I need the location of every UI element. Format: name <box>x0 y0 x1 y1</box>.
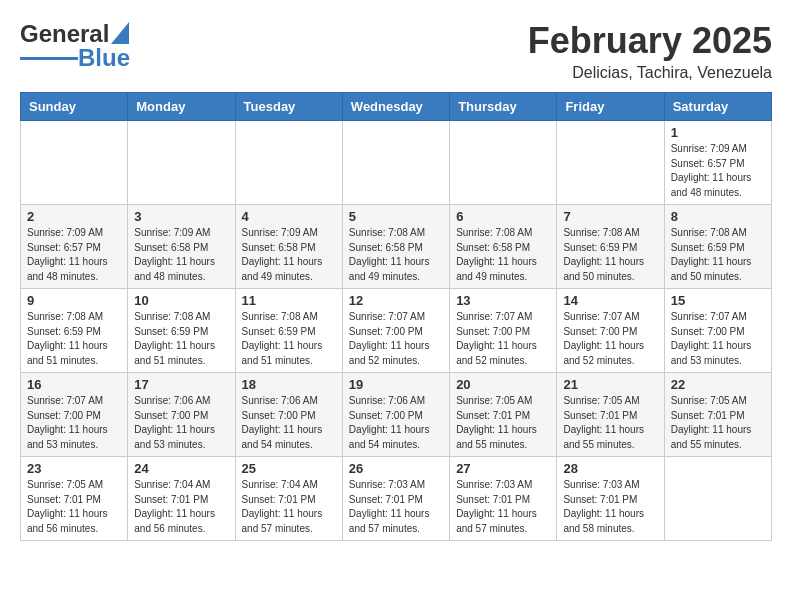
calendar-week-4: 23Sunrise: 7:05 AM Sunset: 7:01 PM Dayli… <box>21 457 772 541</box>
day-info: Sunrise: 7:03 AM Sunset: 7:01 PM Dayligh… <box>456 478 550 536</box>
calendar-cell: 12Sunrise: 7:07 AM Sunset: 7:00 PM Dayli… <box>342 289 449 373</box>
day-info: Sunrise: 7:08 AM Sunset: 6:59 PM Dayligh… <box>27 310 121 368</box>
calendar-cell: 3Sunrise: 7:09 AM Sunset: 6:58 PM Daylig… <box>128 205 235 289</box>
calendar-week-1: 2Sunrise: 7:09 AM Sunset: 6:57 PM Daylig… <box>21 205 772 289</box>
day-info: Sunrise: 7:07 AM Sunset: 7:00 PM Dayligh… <box>27 394 121 452</box>
day-info: Sunrise: 7:09 AM Sunset: 6:58 PM Dayligh… <box>134 226 228 284</box>
weekday-header-wednesday: Wednesday <box>342 93 449 121</box>
calendar-cell <box>21 121 128 205</box>
calendar-cell <box>664 457 771 541</box>
calendar-cell: 14Sunrise: 7:07 AM Sunset: 7:00 PM Dayli… <box>557 289 664 373</box>
day-number: 2 <box>27 209 121 224</box>
day-info: Sunrise: 7:03 AM Sunset: 7:01 PM Dayligh… <box>349 478 443 536</box>
day-number: 16 <box>27 377 121 392</box>
day-info: Sunrise: 7:04 AM Sunset: 7:01 PM Dayligh… <box>134 478 228 536</box>
calendar-cell <box>557 121 664 205</box>
day-number: 4 <box>242 209 336 224</box>
day-info: Sunrise: 7:09 AM Sunset: 6:58 PM Dayligh… <box>242 226 336 284</box>
calendar-cell <box>342 121 449 205</box>
day-number: 14 <box>563 293 657 308</box>
day-number: 10 <box>134 293 228 308</box>
calendar-cell: 5Sunrise: 7:08 AM Sunset: 6:58 PM Daylig… <box>342 205 449 289</box>
weekday-header-tuesday: Tuesday <box>235 93 342 121</box>
day-number: 9 <box>27 293 121 308</box>
day-number: 12 <box>349 293 443 308</box>
calendar-cell: 23Sunrise: 7:05 AM Sunset: 7:01 PM Dayli… <box>21 457 128 541</box>
day-number: 26 <box>349 461 443 476</box>
day-number: 27 <box>456 461 550 476</box>
calendar-cell: 13Sunrise: 7:07 AM Sunset: 7:00 PM Dayli… <box>450 289 557 373</box>
calendar-cell: 9Sunrise: 7:08 AM Sunset: 6:59 PM Daylig… <box>21 289 128 373</box>
weekday-header-monday: Monday <box>128 93 235 121</box>
logo-icon <box>111 22 129 44</box>
weekday-header-friday: Friday <box>557 93 664 121</box>
calendar-cell: 24Sunrise: 7:04 AM Sunset: 7:01 PM Dayli… <box>128 457 235 541</box>
day-number: 11 <box>242 293 336 308</box>
day-info: Sunrise: 7:06 AM Sunset: 7:00 PM Dayligh… <box>242 394 336 452</box>
day-number: 8 <box>671 209 765 224</box>
calendar-cell: 8Sunrise: 7:08 AM Sunset: 6:59 PM Daylig… <box>664 205 771 289</box>
calendar-cell: 15Sunrise: 7:07 AM Sunset: 7:00 PM Dayli… <box>664 289 771 373</box>
day-info: Sunrise: 7:08 AM Sunset: 6:59 PM Dayligh… <box>671 226 765 284</box>
weekday-header-sunday: Sunday <box>21 93 128 121</box>
calendar-cell: 18Sunrise: 7:06 AM Sunset: 7:00 PM Dayli… <box>235 373 342 457</box>
day-number: 1 <box>671 125 765 140</box>
day-info: Sunrise: 7:03 AM Sunset: 7:01 PM Dayligh… <box>563 478 657 536</box>
day-info: Sunrise: 7:08 AM Sunset: 6:59 PM Dayligh… <box>563 226 657 284</box>
calendar-cell: 22Sunrise: 7:05 AM Sunset: 7:01 PM Dayli… <box>664 373 771 457</box>
calendar-cell: 26Sunrise: 7:03 AM Sunset: 7:01 PM Dayli… <box>342 457 449 541</box>
calendar-cell: 27Sunrise: 7:03 AM Sunset: 7:01 PM Dayli… <box>450 457 557 541</box>
calendar-cell <box>128 121 235 205</box>
calendar-cell: 11Sunrise: 7:08 AM Sunset: 6:59 PM Dayli… <box>235 289 342 373</box>
day-number: 24 <box>134 461 228 476</box>
calendar-cell <box>450 121 557 205</box>
calendar-cell: 6Sunrise: 7:08 AM Sunset: 6:58 PM Daylig… <box>450 205 557 289</box>
day-info: Sunrise: 7:06 AM Sunset: 7:00 PM Dayligh… <box>349 394 443 452</box>
day-number: 3 <box>134 209 228 224</box>
day-info: Sunrise: 7:05 AM Sunset: 7:01 PM Dayligh… <box>563 394 657 452</box>
day-number: 6 <box>456 209 550 224</box>
day-number: 22 <box>671 377 765 392</box>
day-number: 23 <box>27 461 121 476</box>
day-info: Sunrise: 7:07 AM Sunset: 7:00 PM Dayligh… <box>563 310 657 368</box>
weekday-header-thursday: Thursday <box>450 93 557 121</box>
calendar-cell: 20Sunrise: 7:05 AM Sunset: 7:01 PM Dayli… <box>450 373 557 457</box>
day-number: 20 <box>456 377 550 392</box>
title-area: February 2025 Delicias, Tachira, Venezue… <box>528 20 772 82</box>
calendar-cell: 19Sunrise: 7:06 AM Sunset: 7:00 PM Dayli… <box>342 373 449 457</box>
day-number: 17 <box>134 377 228 392</box>
day-info: Sunrise: 7:07 AM Sunset: 7:00 PM Dayligh… <box>349 310 443 368</box>
calendar-cell: 2Sunrise: 7:09 AM Sunset: 6:57 PM Daylig… <box>21 205 128 289</box>
calendar-cell: 17Sunrise: 7:06 AM Sunset: 7:00 PM Dayli… <box>128 373 235 457</box>
weekday-header-saturday: Saturday <box>664 93 771 121</box>
day-number: 18 <box>242 377 336 392</box>
calendar-cell <box>235 121 342 205</box>
day-info: Sunrise: 7:05 AM Sunset: 7:01 PM Dayligh… <box>456 394 550 452</box>
page-header: General Blue February 2025 Delicias, Tac… <box>20 20 772 82</box>
day-info: Sunrise: 7:07 AM Sunset: 7:00 PM Dayligh… <box>456 310 550 368</box>
day-info: Sunrise: 7:06 AM Sunset: 7:00 PM Dayligh… <box>134 394 228 452</box>
logo-blue: Blue <box>78 44 130 72</box>
day-number: 28 <box>563 461 657 476</box>
calendar-cell: 10Sunrise: 7:08 AM Sunset: 6:59 PM Dayli… <box>128 289 235 373</box>
day-number: 15 <box>671 293 765 308</box>
day-info: Sunrise: 7:09 AM Sunset: 6:57 PM Dayligh… <box>671 142 765 200</box>
logo: General Blue <box>20 20 130 72</box>
calendar-cell: 16Sunrise: 7:07 AM Sunset: 7:00 PM Dayli… <box>21 373 128 457</box>
calendar-week-3: 16Sunrise: 7:07 AM Sunset: 7:00 PM Dayli… <box>21 373 772 457</box>
location-title: Delicias, Tachira, Venezuela <box>528 64 772 82</box>
day-info: Sunrise: 7:08 AM Sunset: 6:58 PM Dayligh… <box>456 226 550 284</box>
calendar-week-2: 9Sunrise: 7:08 AM Sunset: 6:59 PM Daylig… <box>21 289 772 373</box>
day-info: Sunrise: 7:07 AM Sunset: 7:00 PM Dayligh… <box>671 310 765 368</box>
calendar-cell: 28Sunrise: 7:03 AM Sunset: 7:01 PM Dayli… <box>557 457 664 541</box>
day-number: 7 <box>563 209 657 224</box>
calendar-cell: 4Sunrise: 7:09 AM Sunset: 6:58 PM Daylig… <box>235 205 342 289</box>
calendar-header-row: SundayMondayTuesdayWednesdayThursdayFrid… <box>21 93 772 121</box>
calendar-cell: 7Sunrise: 7:08 AM Sunset: 6:59 PM Daylig… <box>557 205 664 289</box>
day-info: Sunrise: 7:05 AM Sunset: 7:01 PM Dayligh… <box>671 394 765 452</box>
month-title: February 2025 <box>528 20 772 62</box>
calendar-cell: 1Sunrise: 7:09 AM Sunset: 6:57 PM Daylig… <box>664 121 771 205</box>
calendar-week-0: 1Sunrise: 7:09 AM Sunset: 6:57 PM Daylig… <box>21 121 772 205</box>
svg-marker-0 <box>111 22 129 44</box>
day-info: Sunrise: 7:08 AM Sunset: 6:58 PM Dayligh… <box>349 226 443 284</box>
